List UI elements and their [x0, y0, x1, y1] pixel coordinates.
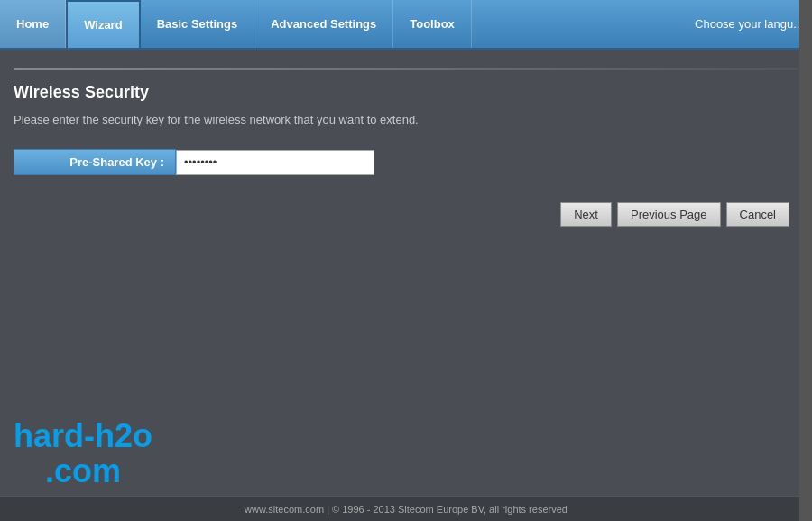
- watermark: hard-h2o .com: [14, 418, 152, 489]
- page-description: Please enter the security key for the wi…: [14, 113, 798, 126]
- nav-tab-basic-settings[interactable]: Basic Settings: [141, 0, 255, 48]
- scrollbar[interactable]: [799, 0, 812, 521]
- language-selector[interactable]: Choose your langu...: [686, 0, 812, 48]
- button-area: Next Previous Page Cancel: [14, 202, 798, 227]
- nav-tab-advanced-settings[interactable]: Advanced Settings: [254, 0, 393, 48]
- nav-bar: Home Wizard Basic Settings Advanced Sett…: [0, 0, 812, 50]
- psk-form-row: Pre-Shared Key :: [14, 149, 798, 175]
- next-button[interactable]: Next: [560, 202, 612, 227]
- psk-input[interactable]: [176, 150, 374, 175]
- nav-tab-home[interactable]: Home: [0, 0, 66, 48]
- separator: [14, 68, 798, 70]
- nav-tab-toolbox[interactable]: Toolbox: [393, 0, 472, 48]
- previous-page-button[interactable]: Previous Page: [617, 202, 721, 227]
- main-content: Wireless Security Please enter the secur…: [0, 68, 812, 227]
- cancel-button[interactable]: Cancel: [726, 202, 789, 227]
- nav-tab-wizard[interactable]: Wizard: [66, 0, 141, 48]
- footer: www.sitecom.com | © 1996 - 2013 Sitecom …: [0, 496, 812, 521]
- page-title: Wireless Security: [14, 83, 798, 102]
- psk-label: Pre-Shared Key :: [14, 149, 176, 175]
- footer-text: www.sitecom.com | © 1996 - 2013 Sitecom …: [245, 504, 567, 515]
